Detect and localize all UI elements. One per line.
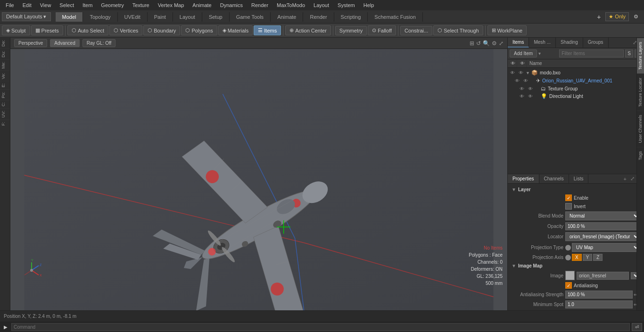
tab-animate[interactable]: Animate [271, 12, 303, 22]
menu-file[interactable]: File [2, 1, 18, 9]
menu-help[interactable]: Help [360, 1, 378, 9]
eye2-icon[interactable]: 👁 [527, 86, 534, 91]
menu-render[interactable]: Render [248, 1, 272, 9]
add-item-button[interactable]: Add Item [510, 49, 537, 57]
presets-button[interactable]: ▦ Presets [31, 25, 63, 35]
star-only-button[interactable]: ★ Only [605, 12, 629, 21]
left-tab-e[interactable]: E: [0, 81, 10, 89]
projection-type-select[interactable]: UV Map [572, 243, 640, 252]
auto-select-button[interactable]: ⬡ Auto Select [67, 25, 108, 35]
sculpt-button[interactable]: ◈ Sculpt [2, 25, 30, 35]
tab-paint[interactable]: Paint [148, 12, 173, 22]
layout-dropdown[interactable]: Default Layouts ▾ [2, 12, 51, 21]
tab-uvedit[interactable]: UVEdit [118, 12, 148, 22]
tab-render[interactable]: Render [303, 12, 334, 22]
tab-mesh[interactable]: Mesh ... [529, 38, 556, 48]
antialiasing-checkbox[interactable]: ✓ [565, 282, 572, 289]
tab-game-tools[interactable]: Game Tools [230, 12, 271, 22]
texture-layers-tab[interactable]: Texture Layers [637, 38, 644, 73]
polygons-button[interactable]: ⬡ Polygons [181, 25, 217, 35]
menu-view[interactable]: View [36, 1, 55, 9]
menu-geometry[interactable]: Geometry [97, 1, 127, 9]
symmetry-button[interactable]: Symmetry [335, 26, 367, 35]
left-tab-me[interactable]: Me: [0, 59, 10, 71]
user-channels-tab[interactable]: User Channels [637, 111, 644, 147]
left-tab-ve[interactable]: Ve: [0, 71, 10, 81]
menu-vertex-map[interactable]: Vertex Map [154, 1, 188, 9]
tab-topology[interactable]: Topology [83, 12, 117, 22]
vp-frame-icon[interactable]: ⊞ [470, 40, 474, 47]
scene-canvas[interactable]: No Items Polygons : Face Channels: 0 Def… [10, 49, 507, 310]
menu-animate[interactable]: Animate [189, 1, 215, 9]
tab-scripting[interactable]: Scripting [334, 12, 368, 22]
settings-icon[interactable]: ⚙ [631, 13, 641, 21]
left-tab-f[interactable]: F: [0, 120, 10, 128]
vertices-button[interactable]: ⬡ Vertices [109, 25, 142, 35]
tab-layout[interactable]: Layout [173, 12, 202, 22]
eye-icon[interactable]: 👁 [518, 86, 526, 91]
menu-dynamics[interactable]: Dynamics [216, 1, 247, 9]
enable-checkbox[interactable]: ✓ [565, 194, 572, 201]
eye-icon[interactable]: 👁 [518, 94, 526, 99]
props-expand-icon[interactable]: + [622, 176, 628, 182]
image-thumbnail[interactable] [565, 271, 575, 280]
action-center-button[interactable]: ⊕ Action Center [285, 25, 331, 35]
viewport[interactable]: Perspective Advanced Ray GL: Off ⊞ ↺ 🔍 ⚙… [10, 38, 507, 310]
advanced-button[interactable]: Advanced [50, 39, 79, 47]
eye-icon[interactable]: 👁 [509, 70, 516, 75]
left-tab-uv[interactable]: UV: [0, 108, 10, 120]
add-layout-button[interactable]: + [594, 12, 603, 22]
left-tab-c[interactable]: C: [0, 100, 10, 108]
expand-icon[interactable]: ▼ [526, 71, 530, 75]
menu-maxtomodo[interactable]: MaxToModo [273, 1, 309, 9]
ray-gl-button[interactable]: Ray GL: Off [83, 39, 116, 47]
left-tab-po[interactable]: Po: [0, 89, 10, 100]
invert-checkbox[interactable] [565, 203, 572, 210]
tab-model[interactable]: Model [56, 12, 83, 22]
eye2-icon[interactable]: 👁 [517, 70, 525, 75]
eye-icon[interactable]: 👁 [513, 78, 521, 83]
menu-select[interactable]: Select [56, 1, 78, 9]
tab-channels[interactable]: Channels [539, 174, 569, 183]
antialiasing-strength-input[interactable] [565, 291, 633, 299]
z-axis-button[interactable]: Z [593, 254, 603, 261]
tab-shading[interactable]: Shading [556, 38, 583, 48]
falloff-button[interactable]: ⊙ Falloff [368, 25, 396, 35]
items-col-s-button[interactable]: S [625, 49, 633, 57]
filter-items-input[interactable] [559, 49, 624, 57]
list-item[interactable]: 👁 👁 ▼ 📦 modo.bxo [509, 69, 643, 77]
boundary-button[interactable]: ⬡ Boundary [143, 25, 180, 35]
tab-lists[interactable]: Lists [569, 174, 589, 183]
tab-properties[interactable]: Properties [508, 174, 539, 183]
items-button[interactable]: ☰ Items [254, 25, 281, 35]
constraints-button[interactable]: Constrai... [400, 26, 432, 35]
eye2-icon[interactable]: 👁 [522, 78, 529, 83]
tab-schematic[interactable]: Schematic Fusion [368, 12, 422, 22]
tags-tab[interactable]: Tags [637, 147, 644, 164]
work-plane-button[interactable]: ⊞ WorkPlane [487, 25, 527, 35]
blend-mode-select[interactable]: Normal [565, 211, 640, 220]
list-item[interactable]: 👁 👁 ▶ 🗂 Texture Group [509, 85, 643, 92]
bottom-arrow-icon[interactable]: ▶ [2, 324, 9, 330]
vp-search-icon[interactable]: 🔍 [483, 40, 490, 47]
x-axis-button[interactable]: X [572, 254, 582, 261]
y-axis-button[interactable]: Y [583, 254, 593, 261]
minimum-spot-input[interactable] [565, 300, 633, 308]
eye2-icon[interactable]: 👁 [527, 94, 534, 99]
perspective-button[interactable]: Perspective [14, 39, 47, 47]
tab-setup[interactable]: Setup [202, 12, 230, 22]
menu-layout[interactable]: Layout [310, 1, 333, 9]
layer-expand-icon[interactable]: ▼ [512, 187, 516, 192]
locator-select[interactable]: orion_fresnel (Image) (Texture) [565, 232, 640, 241]
opacity-input[interactable] [565, 222, 640, 230]
props-fullscreen-icon[interactable]: ⤢ [629, 175, 636, 182]
vp-expand-icon[interactable]: ⤢ [499, 40, 504, 47]
menu-edit[interactable]: Edit [19, 1, 35, 9]
menu-item[interactable]: Item [79, 1, 96, 9]
vp-settings-icon[interactable]: ⚙ [492, 40, 497, 47]
materials-button[interactable]: ◈ Materials [218, 25, 253, 35]
list-item[interactable]: 👁 👁 ▶ 💡 Directional Light [509, 92, 643, 100]
select-through-button[interactable]: ⬡ Select Through [433, 25, 483, 35]
command-input[interactable] [11, 323, 630, 331]
left-tab-du[interactable]: Du: [0, 49, 10, 59]
